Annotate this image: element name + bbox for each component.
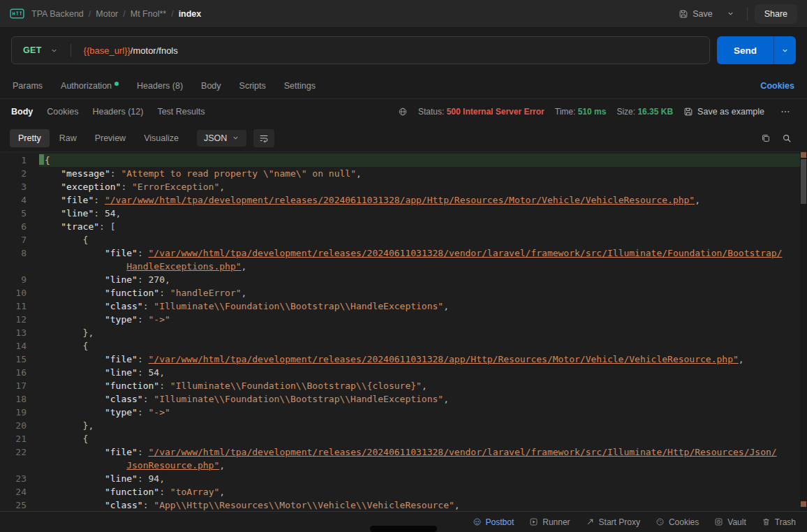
view-tabs-list: PrettyRawPreviewVisualize	[10, 129, 187, 147]
tab-scripts[interactable]: Scripts	[239, 81, 266, 91]
tab-authorization[interactable]: Authorization	[61, 81, 119, 91]
proxy-icon	[586, 517, 595, 526]
view-tab-pretty[interactable]: Pretty	[10, 129, 50, 147]
cookies-link[interactable]: Cookies	[760, 81, 794, 91]
line-number: 2	[0, 167, 39, 180]
breadcrumb-item-active[interactable]: index	[179, 9, 202, 19]
statusbar-postbot[interactable]: Postbot	[473, 517, 514, 527]
response-tab-body[interactable]: Body	[11, 107, 33, 117]
toolbar-right-actions	[761, 133, 797, 143]
url-box: GET {{base_url}}/motor/fnols	[11, 36, 710, 64]
code-line: 5"line": 54,	[0, 207, 807, 220]
trash-icon	[762, 517, 771, 526]
code-line: 10"function": "handleError",	[0, 286, 807, 300]
file-link[interactable]: "/var/www/html/tpa/development/releases/…	[126, 248, 782, 272]
line-number: 20	[0, 419, 39, 432]
statusbar-trash[interactable]: Trash	[762, 517, 796, 527]
code-text: "exception": "ErrorException",	[39, 180, 807, 193]
scrollbar[interactable]	[800, 152, 807, 511]
file-link[interactable]: "/var/www/html/tpa/development/releases/…	[105, 195, 695, 205]
send-button[interactable]: Send	[717, 36, 773, 64]
runner-icon	[529, 517, 538, 526]
statusbar-start-proxy[interactable]: Start Proxy	[586, 517, 640, 527]
code-text: "line": 54,	[39, 207, 807, 220]
more-options-button[interactable]	[775, 103, 796, 121]
auth-active-dot-icon	[114, 82, 119, 86]
copy-button[interactable]	[761, 133, 771, 143]
code-line: 12"type": "->"	[0, 313, 807, 326]
code-line: 13},	[0, 326, 807, 339]
tab-params[interactable]: Params	[13, 81, 43, 91]
view-tab-preview[interactable]: Preview	[87, 129, 134, 147]
url-variable: {{base_url}}	[84, 45, 131, 56]
code-lines: 1{2"message": "Attempt to read property …	[0, 154, 807, 511]
save-button[interactable]: Save	[673, 5, 718, 23]
line-number: 24	[0, 485, 39, 498]
scrollbar-thumb[interactable]	[801, 159, 806, 204]
code-text: "class": "Illuminate\\Foundation\\Bootst…	[39, 392, 807, 406]
file-link[interactable]: "/var/www/html/tpa/development/releases/…	[149, 354, 739, 364]
line-number: 18	[0, 392, 39, 406]
line-number: 11	[0, 300, 39, 313]
breadcrumb-item-motor[interactable]: Motor	[96, 9, 118, 19]
statusbar-label: Postbot	[486, 517, 514, 527]
save-button-label: Save	[693, 9, 713, 19]
view-tab-raw[interactable]: Raw	[51, 129, 85, 147]
send-button-group: Send	[717, 36, 796, 64]
statusbar-label: Trash	[775, 517, 796, 527]
postbot-icon	[473, 517, 482, 526]
code-line: 20},	[0, 419, 807, 432]
statusbar-label: Runner	[542, 517, 570, 527]
code-line: 7{	[0, 233, 807, 246]
tab-label: Body	[201, 81, 221, 91]
breadcrumb-separator: /	[171, 9, 173, 19]
breadcrumb-item-tpa-backend[interactable]: TPA Backend	[31, 9, 84, 19]
send-options-button[interactable]	[773, 36, 796, 64]
view-tab-visualize[interactable]: Visualize	[135, 129, 187, 147]
statusbar-vault[interactable]: Vault	[714, 517, 746, 527]
code-text: {	[39, 154, 807, 167]
code-line: 21{	[0, 432, 807, 445]
method-selector[interactable]: GET	[12, 45, 66, 55]
format-dropdown[interactable]: JSON	[197, 130, 246, 147]
statusbar-cookies[interactable]: Cookies	[656, 517, 699, 527]
tab-label: Headers (8)	[137, 81, 183, 91]
format-label: JSON	[204, 133, 227, 143]
code-line: 6"trace": [	[0, 220, 807, 233]
line-number: 15	[0, 353, 39, 366]
response-tab-headers-12[interactable]: Headers (12)	[92, 107, 143, 117]
line-number: 17	[0, 379, 39, 392]
code-line: 17"function": "Illuminate\\Foundation\\B…	[0, 379, 807, 392]
header-bar: TPA Backend/Motor/Mt Fnol**/index Save S…	[0, 0, 807, 28]
breadcrumb: TPA Backend/Motor/Mt Fnol**/index	[31, 9, 201, 19]
code-line: 19"type": "->"	[0, 406, 807, 419]
http-request-icon	[10, 8, 24, 19]
wrap-text-button[interactable]	[253, 129, 274, 147]
search-icon	[782, 133, 792, 143]
response-tabs-list: BodyCookiesHeaders (12)Test Results	[11, 107, 205, 117]
copy-icon	[761, 133, 771, 143]
tab-settings[interactable]: Settings	[284, 81, 316, 91]
chevron-down-icon	[50, 47, 58, 54]
response-tab-test-results[interactable]: Test Results	[157, 107, 205, 117]
tab-headers-8[interactable]: Headers (8)	[137, 81, 183, 91]
url-input[interactable]: {{base_url}}/motor/fnols	[75, 45, 709, 56]
code-line: 3"exception": "ErrorException",	[0, 180, 807, 193]
statusbar-runner[interactable]: Runner	[529, 517, 570, 527]
chevron-down-icon	[781, 47, 789, 54]
size-indicator: Size: 16.35 KB	[616, 107, 673, 117]
share-button[interactable]: Share	[755, 4, 797, 24]
scroll-marker-top	[801, 152, 806, 158]
code-line: 9"line": 270,	[0, 273, 807, 286]
code-text: },	[39, 419, 807, 432]
breadcrumb-separator: /	[123, 9, 125, 19]
tab-body[interactable]: Body	[201, 81, 221, 91]
response-body-editor[interactable]: 1{2"message": "Attempt to read property …	[0, 152, 807, 511]
save-dropdown-button[interactable]	[721, 6, 740, 22]
code-line: 24"function": "toArray",	[0, 485, 807, 498]
save-as-example-button[interactable]: Save as example	[683, 107, 764, 117]
response-tab-cookies[interactable]: Cookies	[47, 107, 78, 117]
breadcrumb-item-mt-fnol[interactable]: Mt Fnol**	[131, 9, 166, 19]
code-line: 25"class": "App\\Http\\Resources\\Motor\…	[0, 498, 807, 511]
search-button[interactable]	[782, 133, 792, 143]
